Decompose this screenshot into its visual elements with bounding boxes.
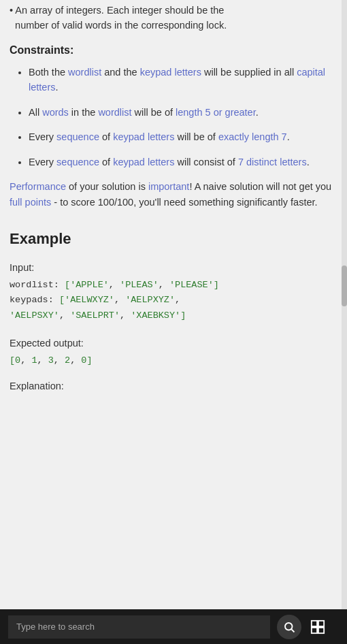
example-output-block: Expected output: [0, 1, 3, 2, 0] xyxy=(10,336,337,368)
constraint-highlight: length 5 or greater xyxy=(176,107,256,118)
constraint-highlight: keypad letters xyxy=(113,131,174,142)
constraint-highlight: exactly length 7 xyxy=(218,131,287,142)
output-label: Expected output: xyxy=(10,336,337,352)
scrollbar-thumb[interactable] xyxy=(342,265,347,306)
svg-rect-3 xyxy=(318,620,324,626)
top-line2: number of valid words in the correspondi… xyxy=(15,20,227,31)
taskbar-icons xyxy=(277,615,330,639)
keypads-line2: 'AELPSXY', 'SAELPRT', 'XAEBKSY'] xyxy=(10,308,337,323)
perf-highlight: Performance xyxy=(10,181,66,192)
search-placeholder: Type here to search xyxy=(16,622,95,632)
perf-highlight: full points xyxy=(10,197,51,208)
search-box[interactable]: Type here to search xyxy=(8,615,270,639)
constraint-highlight: words xyxy=(42,107,69,118)
top-intro-text: • An array of integers. Each integer sho… xyxy=(10,0,337,33)
constraints-list: Both the wordlist and the keypad letters… xyxy=(10,65,337,170)
taskbar: Type here to search xyxy=(0,609,347,644)
constraint-highlight: sequence xyxy=(56,131,99,142)
performance-note: Performance of your solution is importan… xyxy=(10,179,337,210)
constraints-section: Constraints: Both the wordlist and the k… xyxy=(10,44,337,170)
output-value: [0, 1, 3, 2, 0] xyxy=(10,353,337,368)
constraint-highlight: keypad letters xyxy=(113,157,174,167)
constraint-highlight: 7 distinct letters xyxy=(238,157,307,167)
constraint-item-4: Every sequence of keypad letters will co… xyxy=(29,155,337,170)
input-label: Input: xyxy=(10,260,337,276)
main-content: • An array of integers. Each integer sho… xyxy=(0,0,347,609)
constraints-heading: Constraints: xyxy=(10,44,337,57)
constraint-item-1: Both the wordlist and the keypad letters… xyxy=(29,65,337,95)
constraint-highlight: keypad letters xyxy=(140,67,201,78)
constraint-item-2: All words in the wordlist will be of len… xyxy=(29,105,337,120)
svg-rect-2 xyxy=(312,620,317,626)
constraint-highlight: sequence xyxy=(56,157,99,167)
svg-rect-5 xyxy=(318,627,324,632)
scrollbar-track[interactable] xyxy=(342,0,347,609)
example-input-block: Input: wordlist: ['APPLE', 'PLEAS', 'PLE… xyxy=(10,260,337,323)
search-icon-button[interactable] xyxy=(277,615,301,639)
grid-icon-button[interactable] xyxy=(305,615,330,639)
svg-rect-4 xyxy=(312,627,317,632)
wordlist-line: wordlist: ['APPLE', 'PLEAS', 'PLEASE'] xyxy=(10,278,337,293)
explanation-label: Explanation: xyxy=(10,381,337,391)
perf-highlight: important xyxy=(148,181,189,192)
grid-icon xyxy=(310,619,325,634)
constraint-highlight: wordlist xyxy=(98,107,131,118)
svg-line-1 xyxy=(291,629,294,632)
constraint-item-3: Every sequence of keypad letters will be… xyxy=(29,129,337,144)
constraint-highlight: wordlist xyxy=(68,67,101,78)
search-icon xyxy=(283,621,295,633)
svg-point-0 xyxy=(285,623,293,630)
top-line1: An array of integers. Each integer shoul… xyxy=(15,5,224,16)
example-section: Example Input: wordlist: ['APPLE', 'PLEA… xyxy=(10,230,337,391)
example-heading: Example xyxy=(10,230,337,248)
keypads-line1: keypads: ['AELWXYZ', 'AELPXYZ', xyxy=(10,293,337,308)
